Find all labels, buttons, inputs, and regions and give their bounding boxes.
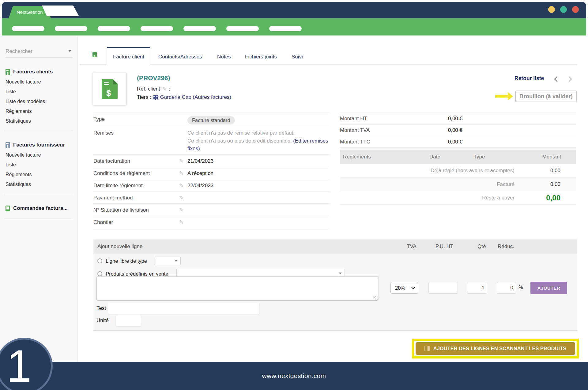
nav-item-redacted[interactable]: [55, 26, 87, 31]
table-row-reste-a-payer: Reste à payer 0,00: [340, 191, 576, 204]
table-row-deja-regle: Déjà réglé (hors avoirs et acomptes) 0,0…: [340, 164, 576, 177]
sidebar-item-statistiques-fournisseur[interactable]: Statistiques: [6, 182, 72, 187]
document-lines-decoration: [104, 82, 109, 83]
chevron-down-icon: [339, 273, 342, 274]
sidebar-title-commandes[interactable]: Commandes factura...: [6, 205, 72, 211]
invoice-thumbnail-card: [93, 73, 126, 105]
sidebar-title-factures-fournisseur[interactable]: Factures fournisseur: [6, 142, 72, 148]
sidebar-title-label: Factures fournisseur: [13, 142, 65, 148]
sidebar-item-liste-des-modeles[interactable]: Liste des modèles: [6, 99, 72, 104]
invoice-document-icon: [102, 79, 118, 99]
sidebar-item-statistiques[interactable]: Statistiques: [6, 118, 72, 124]
row-label: Reste à payer: [482, 195, 514, 201]
payments-title: Règlements: [340, 154, 410, 160]
row-label: Payment method: [93, 194, 179, 201]
totals-table: Déjà réglé (hors avoirs et acomptes) 0,0…: [340, 164, 576, 205]
percent-label: %: [518, 284, 523, 291]
free-line-type-select[interactable]: [155, 257, 181, 265]
row-label: Montant TVA: [340, 127, 413, 133]
test-input[interactable]: [108, 303, 260, 314]
unit-input[interactable]: [116, 315, 141, 326]
divider: [4, 194, 73, 194]
sidebar-item-nouvelle-facture-fournisseur[interactable]: Nouvelle facture: [6, 152, 72, 158]
tva-select[interactable]: 20%: [390, 282, 418, 294]
edit-pencil-icon[interactable]: ✎: [179, 194, 187, 201]
spacer: [179, 129, 187, 130]
scan-products-button[interactable]: AJOUTER DES LIGNES EN SCANNANT LES PRODU…: [416, 342, 575, 355]
edit-pencil-icon[interactable]: ✎: [179, 206, 187, 213]
invoice-icon: [6, 69, 10, 75]
minimize-light-icon[interactable]: [548, 6, 555, 13]
sidebar-item-liste[interactable]: Liste: [6, 89, 72, 95]
textarea-resize-grip[interactable]: [374, 296, 378, 299]
table-row-payment-method: Payment method ✎: [93, 191, 330, 203]
quantity-input[interactable]: [467, 282, 487, 294]
maximize-light-icon[interactable]: [560, 6, 567, 13]
row-label: Déjà réglé (hors avoirs et acomptes): [431, 168, 514, 174]
remises-line2-text: Ce client n'a pas ou plus de crédit disp…: [187, 138, 292, 144]
discount-input[interactable]: [497, 282, 516, 294]
row-value: 0,00 €: [413, 116, 462, 122]
sidebar-item-reglements[interactable]: Règlements: [6, 109, 72, 114]
nav-item-redacted[interactable]: [141, 26, 173, 31]
payments-header-row: Règlements Date Type Montant: [340, 150, 576, 164]
table-row-situation-livraison: N° Situation de livraison ✎: [93, 203, 330, 216]
unit-price-input[interactable]: [428, 282, 458, 294]
sidebar-item-liste-fournisseur[interactable]: Liste: [6, 162, 72, 168]
tab-fichiers-joints[interactable]: Fichiers joints: [245, 54, 277, 60]
table-row-date-facturation: Date facturation ✎ 21/04/2023: [93, 154, 330, 167]
divider: [4, 218, 73, 218]
edit-pencil-icon[interactable]: ✎: [162, 86, 167, 92]
table-row-facture: Facturé 0,00: [340, 177, 576, 191]
row-label: Chantier: [93, 218, 179, 225]
next-record-icon[interactable]: [566, 76, 572, 82]
edit-pencil-icon[interactable]: ✎: [179, 169, 187, 176]
sidebar-item-nouvelle-facture[interactable]: Nouvelle facture: [6, 79, 72, 85]
column-header-montant: Montant: [499, 154, 576, 160]
nav-item-redacted[interactable]: [269, 26, 302, 31]
row-label: Facturé: [497, 181, 514, 188]
window-controls: [548, 6, 579, 13]
nav-item-redacted[interactable]: [183, 26, 216, 31]
sidebar-title-factures-clients[interactable]: Factures clients: [6, 69, 72, 75]
row-value: A réception: [187, 169, 213, 176]
tiers-link[interactable]: Garderie Cap (Autres factures): [160, 94, 231, 100]
free-line-radio[interactable]: [97, 258, 102, 263]
type-badge: Facture standard: [187, 116, 235, 124]
edit-pencil-icon[interactable]: ✎: [179, 218, 187, 225]
add-line-button[interactable]: AJOUTER: [530, 282, 567, 294]
sidebar-section-factures-fournisseur: Factures fournisseur Nouvelle facture Li…: [6, 142, 72, 194]
table-row-montant-tva: Montant TVA 0,00 €: [340, 124, 576, 136]
nav-item-redacted[interactable]: [12, 26, 44, 31]
line-description-textarea[interactable]: [96, 276, 379, 301]
tab-suivi[interactable]: Suivi: [292, 54, 303, 60]
column-header-reduc: Réduc.: [498, 243, 514, 250]
table-row-date-limite: Date limite règlement ✎ 22/04/2023: [93, 179, 330, 191]
tab-notes[interactable]: Notes: [217, 54, 231, 60]
row-label: Date facturation: [93, 157, 179, 164]
tab-contacts-adresses[interactable]: Contacts/Adresses: [158, 54, 202, 60]
nav-item-redacted[interactable]: [226, 26, 259, 31]
row-value: 0,00: [514, 181, 560, 188]
chevron-down-icon: [175, 260, 178, 262]
row-label: Type: [93, 115, 179, 122]
table-row-remises: Remises Ce client n'a pas de remise rela…: [93, 127, 330, 154]
row-label: Remises: [93, 129, 179, 136]
predefined-product-radio[interactable]: [97, 271, 102, 276]
edit-pencil-icon[interactable]: ✎: [179, 182, 187, 189]
nav-item-redacted[interactable]: [98, 26, 130, 31]
close-light-icon[interactable]: [572, 6, 579, 13]
row-label: Montant TTC: [340, 139, 413, 145]
sidebar-item-reglements-fournisseur[interactable]: Règlements: [6, 172, 72, 177]
search-input[interactable]: Rechercher: [6, 48, 73, 58]
amounts-summary: Montant HT 0,00 € Montant TVA 0,00 € Mon…: [340, 113, 576, 205]
invoice-reference: (PROV296): [137, 74, 170, 82]
edit-pencil-icon[interactable]: ✎: [179, 157, 187, 164]
tiers-label: Tiers :: [137, 94, 151, 100]
tab-facture-client[interactable]: Facture client: [107, 47, 150, 65]
back-to-list-link[interactable]: Retour liste: [514, 75, 544, 82]
remises-line2: Ce client n'a pas ou plus de crédit disp…: [187, 137, 328, 153]
previous-record-icon[interactable]: [554, 76, 560, 82]
table-row-conditions-reglement: Conditions de règlement ✎ A réception: [93, 167, 330, 179]
company-building-icon: [153, 95, 158, 100]
